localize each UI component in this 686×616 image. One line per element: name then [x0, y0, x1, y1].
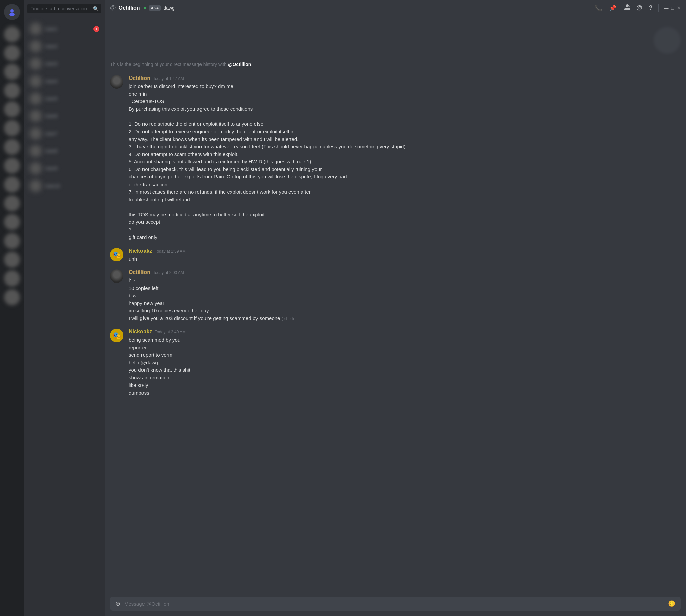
- message-input-wrapper: ⊕ 😊: [110, 597, 681, 611]
- dm-name: User5: [45, 96, 57, 101]
- close-button[interactable]: ✕: [677, 5, 681, 11]
- dm-name: User7: [45, 131, 57, 136]
- messages-area: This is the beginning of your direct mes…: [105, 16, 686, 591]
- server-icon[interactable]: [4, 64, 20, 80]
- message-content: Octillion Today at 2:03 AM hi? 10 copies…: [129, 269, 681, 322]
- sender-name: Octillion: [129, 75, 150, 81]
- message-content: Nickoakz Today at 1:59 AM uhh: [129, 248, 681, 263]
- avatar: [29, 180, 42, 192]
- server-icon[interactable]: [4, 83, 20, 98]
- list-item[interactable]: User3: [27, 55, 102, 72]
- dm-name: User6: [45, 113, 57, 119]
- dm-name: User1: [45, 26, 57, 31]
- dm-sidebar: 🔍 User1 1 User2 User3 User4 User5 User6: [24, 0, 105, 616]
- message-content: Nickoakz Today at 2:49 AM being scammed …: [129, 329, 681, 397]
- server-icon[interactable]: [4, 270, 20, 287]
- help-icon[interactable]: ?: [649, 4, 653, 12]
- avatar: 🎭: [110, 329, 123, 342]
- timestamp: Today at 2:49 AM: [155, 330, 186, 334]
- server-icon[interactable]: [4, 26, 20, 42]
- maximize-button[interactable]: □: [671, 5, 674, 11]
- dm-icon[interactable]: [4, 4, 20, 20]
- server-sidebar: [0, 0, 24, 616]
- pin-icon[interactable]: 📌: [609, 4, 616, 12]
- search-wrapper[interactable]: 🔍: [27, 4, 101, 14]
- list-item[interactable]: User6: [27, 107, 102, 125]
- server-icon[interactable]: [4, 176, 20, 193]
- message-header: Octillion Today at 1:47 AM: [129, 75, 681, 81]
- avatar: [110, 269, 123, 283]
- add-attachment-icon[interactable]: ⊕: [115, 600, 120, 607]
- list-item[interactable]: User2: [27, 38, 102, 55]
- message-group: 🎭 Nickoakz Today at 1:59 AM uhh: [110, 248, 681, 263]
- minimize-button[interactable]: —: [664, 5, 668, 11]
- sender-name: Octillion: [129, 269, 150, 276]
- dm-name: User2: [45, 44, 57, 49]
- avatar: [29, 40, 42, 52]
- list-item[interactable]: User5: [27, 90, 102, 107]
- sender-name: Nickoakz: [129, 248, 152, 254]
- top-bar-icons: 📞 📌 @ ?: [595, 4, 653, 12]
- message-input[interactable]: [124, 601, 664, 607]
- phone-icon[interactable]: 📞: [595, 4, 602, 12]
- server-icon[interactable]: [4, 120, 20, 136]
- svg-point-1: [9, 13, 15, 16]
- search-bar-container: 🔍: [24, 0, 105, 18]
- avatar: [29, 93, 42, 105]
- message-group: Octillion Today at 1:47 AM join cerberus…: [110, 75, 681, 241]
- list-item[interactable]: User8: [27, 142, 102, 160]
- avatar: [29, 23, 42, 35]
- server-icon[interactable]: [4, 233, 20, 249]
- timestamp: Today at 2:03 AM: [153, 270, 184, 275]
- server-icon[interactable]: [4, 214, 20, 230]
- emoji-icon[interactable]: 😊: [668, 600, 675, 607]
- list-item[interactable]: User4: [27, 72, 102, 90]
- dm-list: User1 1 User2 User3 User4 User5 User6 Us…: [24, 18, 105, 616]
- dm-name: User3: [45, 61, 57, 66]
- svg-point-0: [10, 9, 14, 13]
- message-group: 🎭 Nickoakz Today at 2:49 AM being scamme…: [110, 329, 681, 397]
- avatar: [29, 58, 42, 70]
- avatar: [29, 162, 42, 174]
- add-friend-icon[interactable]: [623, 4, 630, 12]
- server-icon[interactable]: [4, 101, 20, 117]
- avatar: [29, 145, 42, 157]
- server-icon[interactable]: [4, 251, 20, 268]
- message-header: Octillion Today at 2:03 AM: [129, 269, 681, 276]
- list-item[interactable]: User10: [27, 177, 102, 195]
- avatar: [29, 128, 42, 139]
- list-item[interactable]: User7: [27, 125, 102, 142]
- profile-picture-area: [110, 21, 681, 57]
- message-text: being scammed by you reported send repor…: [129, 336, 681, 397]
- dm-badge: 1: [93, 26, 99, 32]
- avatar: [110, 75, 123, 89]
- list-item[interactable]: User1 1: [27, 20, 102, 38]
- server-divider: [7, 23, 18, 23]
- message-group: Octillion Today at 2:03 AM hi? 10 copies…: [110, 269, 681, 322]
- online-indicator: [143, 7, 146, 9]
- server-icon[interactable]: [4, 289, 20, 305]
- edited-tag: (edited): [281, 317, 294, 321]
- search-input[interactable]: [30, 6, 91, 12]
- mention-icon[interactable]: @: [636, 4, 642, 12]
- aka-name: dawg: [163, 5, 174, 11]
- server-icon[interactable]: [4, 139, 20, 155]
- dm-name: User10: [45, 183, 60, 189]
- message-input-area: ⊕ 😊: [105, 591, 686, 616]
- avatar: [29, 110, 42, 122]
- server-icon[interactable]: [4, 195, 20, 212]
- server-icon[interactable]: [4, 158, 20, 174]
- server-icon[interactable]: [4, 45, 20, 61]
- message-text: join cerberus discord interested to buy?…: [129, 83, 681, 241]
- main-content: @ Octillion AKA dawg 📞 📌 @ ? — □ ✕: [105, 0, 686, 616]
- aka-badge: AKA: [149, 5, 161, 11]
- search-icon: 🔍: [93, 6, 98, 12]
- timestamp: Today at 1:59 AM: [155, 249, 186, 254]
- message-text: uhh: [129, 255, 681, 263]
- list-item[interactable]: User9: [27, 160, 102, 177]
- channel-username: Octillion: [119, 5, 140, 11]
- avatar: 🎭: [110, 248, 123, 261]
- history-start-text: This is the beginning of your direct mes…: [110, 57, 681, 75]
- message-content: Octillion Today at 1:47 AM join cerberus…: [129, 75, 681, 241]
- message-text: hi? 10 copies left btw happy new year im…: [129, 277, 681, 322]
